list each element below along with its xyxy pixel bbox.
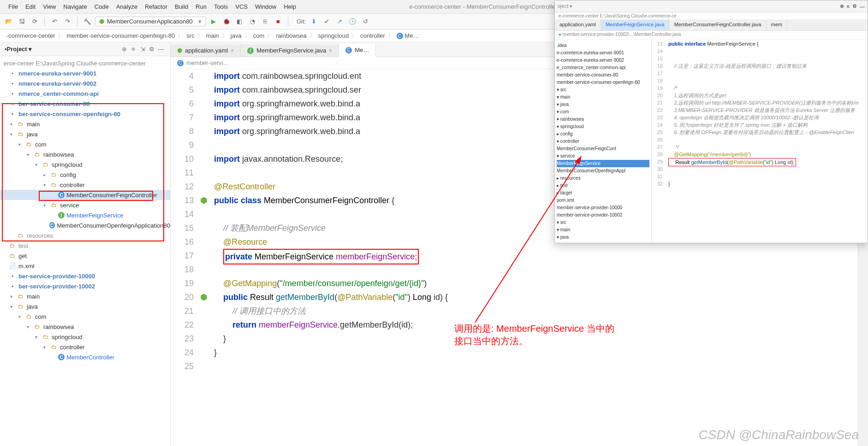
tree-node[interactable]: ▾🗀com — [0, 311, 170, 322]
tree-node[interactable]: ▾🗀springcloud — [0, 159, 170, 170]
popup-tree-node[interactable]: ▾ rainbowsea — [557, 116, 649, 123]
menu-build[interactable]: Build — [171, 3, 192, 10]
tree-node[interactable]: 🗀get — [0, 251, 170, 261]
tree-node[interactable]: ▾🗀rainbowsea — [0, 322, 170, 332]
popup-toolbar-icon[interactable]: ⊕ — [840, 3, 844, 9]
popup-code-editor[interactable]: 1314151617181920212223242526272829303132… — [652, 40, 868, 243]
popup-tree-node[interactable]: ▾ service — [557, 153, 649, 160]
menu-run[interactable]: Run — [192, 3, 210, 10]
tree-node[interactable]: ▪nmerce-eureka-server-9001 — [0, 68, 170, 78]
popup-tree-node[interactable]: MemberConsumerOpenfeignAppl — [557, 167, 649, 175]
tree-node[interactable]: ▪nmerce-eureka-server-9002 — [0, 78, 170, 88]
menu-help[interactable]: Help — [280, 3, 300, 10]
popup-tree-node[interactable]: ▾ springcloud — [557, 123, 649, 130]
tree-node[interactable]: ▾🗀controller — [0, 180, 170, 190]
popup-tree-node[interactable]: MemberConsumerFeignCont — [557, 145, 649, 153]
project-tree[interactable]: erce-center E:\Java\Spring Cloud\e-comme… — [0, 56, 170, 446]
tree-node[interactable]: ▾🗀springcloud — [0, 332, 170, 342]
profile-icon[interactable]: ◔ — [247, 17, 257, 27]
popup-toolbar-icon[interactable]: — — [860, 4, 865, 9]
breadcrumb-item[interactable]: springcloud — [316, 32, 351, 39]
redo-icon[interactable]: ↷ — [62, 17, 72, 27]
collapse-all-icon[interactable]: ⇲ — [138, 46, 147, 53]
tree-node[interactable]: IMemberFeignService — [0, 210, 170, 220]
tree-node[interactable]: 🗀resources — [0, 230, 170, 241]
popup-tree-node[interactable]: ▾ java — [557, 234, 649, 241]
tree-node[interactable]: 📄m.xml — [0, 261, 170, 271]
popup-tree-node[interactable]: MemberFeignService — [557, 160, 649, 167]
coverage-icon[interactable]: ◧ — [234, 17, 244, 27]
tree-node[interactable]: ▪ber-service-provider-10000 — [0, 271, 170, 281]
popup-tab[interactable]: mem — [767, 20, 787, 30]
breadcrumb-item[interactable]: rainbowsea — [274, 32, 309, 39]
stop-icon[interactable]: ■ — [273, 17, 283, 27]
git-history-icon[interactable]: 🕓 — [347, 17, 357, 27]
tree-node[interactable]: ▾🗀com — [0, 139, 170, 149]
popup-project-label[interactable]: oject ▾ — [558, 3, 572, 9]
tree-node[interactable]: CMemberController — [0, 352, 170, 362]
run-icon[interactable]: ▶ — [208, 17, 219, 27]
breadcrumb-item[interactable]: main — [204, 32, 221, 39]
git-commit-icon[interactable]: ✔ — [321, 17, 332, 27]
popup-tree-node[interactable]: pom.xml — [557, 197, 649, 204]
popup-project-tree[interactable]: .ideae-commerce-eureka-server-9001e-comm… — [555, 40, 652, 243]
close-tab-icon[interactable]: × — [231, 47, 234, 54]
popup-toolbar-icon[interactable]: ⚙ — [852, 3, 857, 9]
tree-node[interactable]: CMemberConsumerOpenfeignApplication80 — [0, 220, 170, 230]
popup-tree-node[interactable]: ▾ java — [557, 101, 649, 108]
tree-node[interactable]: ▸🗀config — [0, 170, 170, 180]
popup-tree-node[interactable]: e_commerce_center-common-api — [557, 64, 649, 71]
menu-vcs[interactable]: VCS — [232, 3, 251, 10]
select-opened-icon[interactable]: ⊕ — [119, 46, 129, 53]
popup-tab[interactable]: MemberConsumerFeignController.java — [670, 20, 767, 30]
popup-tree-node[interactable]: member-service-provider-10002 — [557, 211, 649, 219]
breadcrumb-item[interactable]: controller — [358, 32, 386, 39]
menu-file[interactable]: File — [5, 3, 22, 10]
breadcrumb-item[interactable]: src — [184, 32, 196, 39]
popup-tree-node[interactable]: ▾ main — [557, 226, 649, 234]
popup-tree-node[interactable]: ▾ src — [557, 219, 649, 226]
popup-tree-node[interactable]: ▾ controller — [557, 138, 649, 145]
tree-node[interactable]: ▾🗀main — [0, 119, 170, 129]
menu-view[interactable]: View — [39, 3, 59, 10]
popup-tree-node[interactable]: .idea — [557, 42, 649, 49]
git-push-icon[interactable]: ↗ — [334, 17, 345, 27]
expand-all-icon[interactable]: ≡ — [129, 46, 138, 53]
tree-node[interactable]: ▪ber-service-consumer-80 — [0, 99, 170, 109]
tree-node[interactable]: ▾🗀rainbowsea — [0, 149, 170, 159]
hammer-icon[interactable]: 🔨 — [82, 17, 92, 27]
popup-tree-node[interactable]: ▸ config — [557, 130, 649, 138]
breadcrumb-item[interactable]: com — [251, 32, 267, 39]
tree-node[interactable]: CMemberConsumerFeignController — [0, 190, 170, 200]
breadcrumb-item[interactable]: -commerce-center — [5, 32, 57, 39]
git-update-icon[interactable]: ⬇ — [309, 17, 319, 27]
menu-edit[interactable]: Edit — [22, 3, 39, 10]
tab-memberfeignservice[interactable]: I MemberFeignService.java × — [241, 44, 339, 57]
hide-icon[interactable]: — — [156, 46, 166, 53]
breadcrumb-item[interactable]: member-service-consumer-openfeign-80 — [65, 32, 177, 39]
tree-node[interactable]: ▪ber-service-provider-10002 — [0, 281, 170, 291]
popup-tree-node[interactable]: ▸ test — [557, 182, 649, 189]
project-panel-title[interactable]: Project ▾ — [7, 46, 119, 53]
debug-icon[interactable]: 🐞 — [221, 17, 232, 27]
menu-tools[interactable]: Tools — [210, 3, 232, 10]
tree-node[interactable]: ▾🗀controller — [0, 342, 170, 352]
popup-tree-node[interactable]: e-commerce-eureka-server-9002 — [557, 57, 649, 64]
run-config-dropdown[interactable]: ⬢ MemberConsumerApplication80 ▾ — [95, 17, 206, 26]
tree-node[interactable]: 🗀test — [0, 241, 170, 251]
attach-icon[interactable]: ⎘ — [260, 17, 270, 27]
tab-application-yaml[interactable]: ⬢ application.yaml × — [171, 44, 241, 57]
tree-node[interactable]: ▾🗀service — [0, 200, 170, 210]
tree-node[interactable]: ▪nmerce_center-common-api — [0, 88, 170, 99]
menu-code[interactable]: Code — [91, 3, 113, 10]
popup-tab[interactable]: application.yaml — [555, 20, 601, 30]
popup-tree-node[interactable]: ▸ target — [557, 189, 649, 197]
menu-analyze[interactable]: Analyze — [113, 3, 141, 10]
popup-tree-node[interactable]: ▾ com — [557, 108, 649, 116]
save-icon[interactable]: 🖫 — [17, 17, 27, 27]
undo-icon[interactable]: ↶ — [49, 17, 59, 27]
settings-icon[interactable]: ⚙ — [147, 46, 156, 53]
open-icon[interactable]: 📂 — [4, 17, 14, 27]
popup-tree-node[interactable]: member-service-consumer-openfeign-80 — [557, 79, 649, 86]
breadcrumb-item[interactable]: java — [229, 32, 244, 39]
